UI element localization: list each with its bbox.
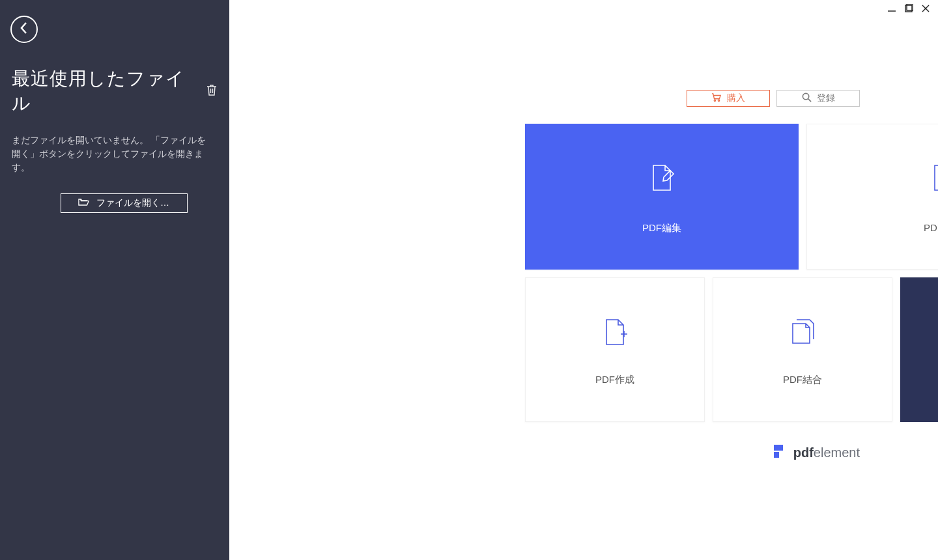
buy-label: 購入 [727,92,745,104]
tile-pdf-convert-label: PDF変換 [924,222,938,234]
sidebar-title-row: 最近使用したファイル [12,66,218,116]
minimize-icon [887,4,896,16]
tile-pdf-create-label: PDF作成 [595,374,634,386]
document-convert-icon [925,160,938,196]
tile-pdf-combine[interactable]: PDF結合 [713,277,892,422]
top-action-buttons: 購入 登録 [687,90,860,107]
maximize-icon [904,4,913,16]
window-controls [886,4,931,16]
register-button[interactable]: 登録 [776,90,860,107]
tile-grid: PDF編集 PDF変換 PDF作成 PDF結合 [525,124,938,422]
maximize-button[interactable] [903,4,915,16]
svg-rect-16 [774,452,779,458]
tile-pdf-edit-label: PDF編集 [642,222,681,234]
empty-recent-message: まだファイルを開いていません。 「ファイルを開く」ボタンをクリックしてファイルを… [12,134,214,175]
clear-recent-button[interactable] [206,83,218,99]
svg-point-7 [803,93,808,99]
trash-icon [206,87,218,98]
chevron-left-icon [20,21,29,37]
svg-point-5 [714,100,715,101]
close-button[interactable] [920,4,931,16]
brand-logo-icon [774,445,787,461]
brand-text: pdfelement [793,445,860,460]
document-combine-icon [784,314,821,350]
search-icon [802,92,812,104]
tile-pdf-edit[interactable]: PDF編集 [525,124,799,270]
tile-pdf-create[interactable]: PDF作成 [525,277,705,422]
svg-rect-15 [774,445,783,451]
main-area: 購入 登録 PDF編集 PDF変換 [229,0,938,560]
svg-point-6 [718,100,719,101]
tile-pdf-template[interactable]: PDFテンプレート [900,277,938,422]
open-file-label: ファイルを開く… [96,197,169,209]
svg-line-8 [808,99,810,102]
brand-bold: pdf [793,445,814,460]
minimize-button[interactable] [886,4,898,16]
close-icon [921,4,930,16]
cart-icon [711,93,722,104]
sidebar: 最近使用したファイル まだファイルを開いていません。 「ファイルを開く」ボタンを… [0,0,229,560]
recent-files-title: 最近使用したファイル [12,66,194,116]
folder-open-icon [78,197,90,209]
tile-pdf-combine-label: PDF結合 [783,374,822,386]
back-button[interactable] [10,16,38,43]
register-label: 登録 [817,92,835,104]
tile-pdf-convert[interactable]: PDF変換 [806,124,938,270]
app-root: 最近使用したファイル まだファイルを開いていません。 「ファイルを開く」ボタンを… [0,0,938,560]
document-create-icon [597,314,633,350]
document-edit-icon [644,160,680,196]
brand-footer: pdfelement [774,445,860,461]
brand-light: element [814,445,860,460]
buy-button[interactable]: 購入 [687,90,770,107]
open-file-button[interactable]: ファイルを開く… [61,193,188,213]
